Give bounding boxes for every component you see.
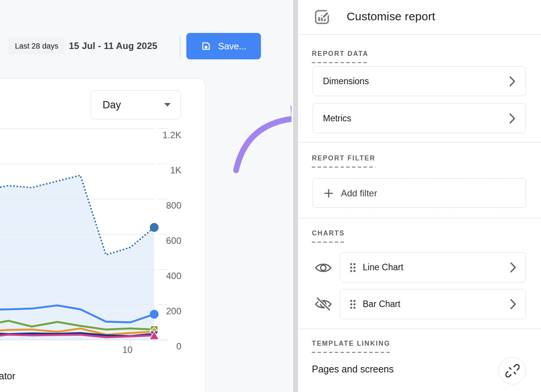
- eye-icon[interactable]: [314, 261, 333, 274]
- save-button-label: Save...: [218, 41, 247, 52]
- svg-text:0: 0: [176, 341, 181, 351]
- panel-title: Customise report: [347, 10, 435, 23]
- dimensions-button[interactable]: Dimensions: [313, 66, 526, 96]
- chevron-right-icon: [510, 262, 517, 273]
- chevron-right-icon: [509, 113, 516, 124]
- svg-text:400: 400: [166, 271, 181, 281]
- granularity-select-value: Day: [103, 99, 121, 111]
- svg-text:200: 200: [166, 306, 181, 316]
- drag-handle-icon[interactable]: [349, 262, 356, 273]
- toolbar-divider: [180, 35, 181, 57]
- unlink-icon: [505, 364, 520, 378]
- chevron-right-icon: [509, 76, 516, 87]
- vertical-scrollbar[interactable]: [293, 0, 298, 392]
- dimensions-label: Dimensions: [323, 76, 369, 87]
- divider: [298, 34, 541, 35]
- drag-handle-icon[interactable]: [349, 299, 356, 310]
- date-range-text: 15 Jul - 11 Aug 2025: [69, 38, 157, 54]
- metrics-label: Metrics: [323, 113, 351, 124]
- save-icon: [201, 41, 211, 51]
- divider: [298, 218, 541, 219]
- add-filter-button[interactable]: Add filter: [313, 178, 526, 208]
- section-label-charts: CHARTS: [312, 229, 345, 243]
- line-chart: 1.2K1K800600400200010: [0, 124, 205, 371]
- date-range-chip[interactable]: Last 28 days: [8, 38, 65, 54]
- svg-text:800: 800: [166, 200, 181, 211]
- chevron-right-icon: [510, 299, 517, 310]
- chevron-down-icon: [164, 101, 171, 108]
- svg-text:1K: 1K: [170, 165, 181, 175]
- bar-chart-label: Bar Chart: [363, 299, 400, 309]
- plus-icon: [323, 188, 334, 199]
- unlink-template-button[interactable]: [499, 357, 526, 384]
- divider: [298, 328, 541, 329]
- svg-text:10: 10: [122, 345, 133, 355]
- section-label-template-linking: TEMPLATE LINKING: [312, 340, 390, 353]
- eye-off-icon[interactable]: [314, 297, 333, 311]
- granularity-select[interactable]: Day: [91, 90, 181, 119]
- date-range-chip-label: Last 28 days: [15, 42, 58, 51]
- section-label-report-filter: REPORT FILTER: [312, 154, 375, 168]
- bar-chart-row[interactable]: Bar Chart: [340, 289, 526, 319]
- template-name: Pages and screens: [312, 364, 394, 375]
- line-chart-label: Line Chart: [363, 262, 403, 273]
- divider: [298, 142, 541, 143]
- svg-text:1.2K: 1.2K: [163, 130, 181, 140]
- metrics-button[interactable]: Metrics: [313, 103, 526, 133]
- customise-report-icon: [313, 8, 331, 28]
- add-filter-label: Add filter: [341, 188, 377, 199]
- partial-legend-text: ator: [0, 371, 15, 382]
- customise-report-panel: Customise report REPORT DATA Dimensions …: [298, 0, 541, 392]
- svg-text:600: 600: [166, 235, 181, 246]
- section-label-report-data: REPORT DATA: [312, 50, 368, 63]
- line-chart-row[interactable]: Line Chart: [340, 252, 526, 283]
- save-button[interactable]: Save...: [186, 33, 261, 59]
